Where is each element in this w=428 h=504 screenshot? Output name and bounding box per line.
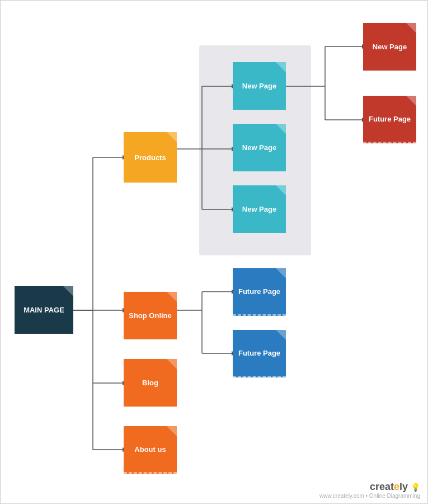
future-page-blue-2-label: Future Page: [238, 349, 280, 357]
main-page-node: MAIN PAGE: [15, 286, 73, 334]
blog-label: Blog: [142, 379, 158, 387]
main-page-label: MAIN PAGE: [23, 306, 64, 314]
about-us-label: About us: [134, 445, 166, 454]
new-page-3-label: New Page: [242, 205, 276, 213]
about-us-node: About us: [124, 426, 177, 474]
products-label: Products: [134, 153, 166, 162]
products-node: Products: [124, 132, 177, 183]
shop-online-label: Shop Online: [129, 311, 172, 320]
future-page-red-node: Future Page: [363, 96, 416, 143]
future-page-blue-2-node: Future Page: [233, 330, 286, 377]
future-page-blue-1-label: Future Page: [238, 287, 280, 296]
new-page-2-node: New Page: [233, 124, 286, 171]
watermark-sub: www.creately.com • Online Diagramming: [319, 493, 420, 499]
new-page-red-node: New Page: [363, 23, 416, 71]
future-page-blue-1-node: Future Page: [233, 268, 286, 316]
diagram-container: MAIN PAGE Products Shop Online Blog Abou…: [1, 1, 428, 504]
blog-node: Blog: [124, 359, 177, 407]
new-page-red-label: New Page: [373, 43, 407, 51]
brand-name: creately 💡: [319, 481, 420, 493]
brand-accent: e: [394, 481, 399, 492]
shop-online-node: Shop Online: [124, 292, 177, 339]
future-page-red-label: Future Page: [369, 115, 411, 123]
new-page-1-label: New Page: [242, 82, 276, 90]
new-page-2-label: New Page: [242, 143, 276, 152]
new-page-3-node: New Page: [233, 185, 286, 233]
watermark: creately 💡 www.creately.com • Online Dia…: [319, 481, 420, 499]
new-page-1-node: New Page: [233, 62, 286, 110]
